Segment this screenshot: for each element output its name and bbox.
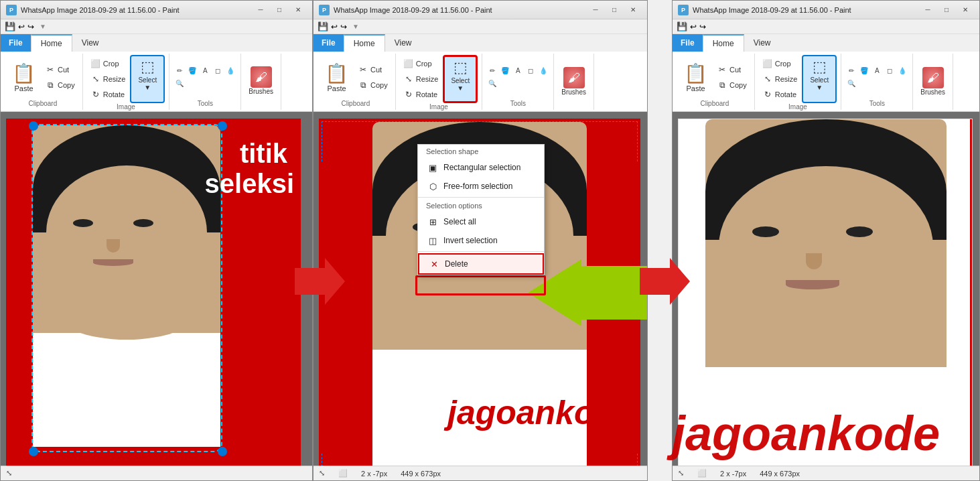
maximize-btn-2[interactable]: □ — [606, 4, 623, 16]
copy-btn-1[interactable]: ⧉ Copy — [42, 78, 78, 92]
copy-icon-3: ⧉ — [717, 80, 727, 90]
pencil-icon-1[interactable]: ✏ — [173, 65, 186, 77]
ribbon-tabs-2: File Home View — [313, 34, 647, 52]
close-btn-3[interactable]: ✕ — [957, 4, 974, 16]
select-all-item-2[interactable]: ⊞ Select all — [418, 212, 544, 231]
rotate-btn-2[interactable]: ↻ Rotate — [400, 87, 442, 102]
eraser-icon-1[interactable]: ◻ — [212, 65, 224, 77]
text-icon-2[interactable]: A — [512, 65, 524, 77]
save-icon-1[interactable]: 💾 — [5, 21, 15, 31]
resize-btn-2[interactable]: ⤡ Resize — [400, 72, 442, 86]
cut-btn-2[interactable]: ✂ Cut — [354, 62, 391, 77]
magnify-icon-2[interactable]: 🔍 — [486, 78, 498, 90]
select-btn-2[interactable]: ⬚ Select ▼ — [443, 55, 478, 103]
maximize-btn-1[interactable]: □ — [271, 4, 288, 16]
paste-btn-1[interactable]: 📋 Paste — [7, 60, 40, 94]
undo-icon-3[interactable]: ↩ — [690, 22, 697, 31]
cut-btn-3[interactable]: ✂ Cut — [713, 62, 750, 77]
crop-btn-2[interactable]: ⬜ Crop — [400, 56, 442, 71]
resize-icon-2: ⤡ — [403, 74, 414, 84]
brushes-btn-1[interactable]: 🖌 Brushes — [245, 64, 277, 97]
text-icon-1[interactable]: A — [199, 65, 211, 77]
magnify-icon-1[interactable]: 🔍 — [173, 78, 186, 90]
text-icon-3[interactable]: A — [871, 65, 883, 77]
save-icon-3[interactable]: 💾 — [677, 21, 687, 31]
canvas-area-2[interactable]: Selection shape ▣ Rectangular selection … — [313, 112, 647, 466]
fill-icon-1[interactable]: 🪣 — [186, 65, 198, 77]
tab-home-3[interactable]: Home — [703, 34, 744, 52]
cut-btn-1[interactable]: ✂ Cut — [42, 62, 78, 77]
tab-file-1[interactable]: File — [1, 34, 31, 52]
image-group-content-3: ⬜ Crop ⤡ Resize ↻ Rotate ⬚ Select ▼ — [759, 55, 837, 103]
eraser-icon-3[interactable]: ◻ — [884, 65, 896, 77]
pencil-icon-2[interactable]: ✏ — [486, 65, 498, 77]
resize-btn-3[interactable]: ⤡ Resize — [759, 72, 801, 86]
clipboard-group-1: 📋 Paste ✂ Cut ⧉ Copy Clipboard — [3, 54, 83, 110]
canvas-area-1[interactable]: titik seleksi — [1, 112, 312, 466]
select-dropdown-arrow-1: ▼ — [144, 84, 151, 91]
brushes-content-1: 🖌 Brushes — [245, 55, 277, 107]
pencil-icon-3[interactable]: ✏ — [845, 65, 857, 77]
paste-label-2: Paste — [327, 84, 346, 92]
picker-icon-3[interactable]: 💧 — [896, 65, 908, 77]
rotate-btn-3[interactable]: ↻ Rotate — [759, 87, 801, 102]
maximize-btn-3[interactable]: □ — [938, 4, 955, 16]
handle-bl-1[interactable] — [29, 447, 38, 456]
minimize-btn-1[interactable]: ─ — [252, 4, 269, 16]
save-icon-2[interactable]: 💾 — [318, 21, 328, 31]
select-btn-3[interactable]: ⬚ Select ▼ — [802, 55, 837, 103]
crop-btn-3[interactable]: ⬜ Crop — [759, 56, 801, 71]
tab-file-3[interactable]: File — [673, 34, 703, 52]
tab-file-2[interactable]: File — [313, 34, 344, 52]
section-label-options-2: Selection options — [418, 199, 544, 212]
paste-icon-3: 📋 — [684, 62, 707, 84]
image-btn-stack-2: ⬜ Crop ⤡ Resize ↻ Rotate — [400, 56, 442, 102]
brushes-btn-2[interactable]: 🖌 Brushes — [558, 65, 589, 98]
tab-view-3[interactable]: View — [744, 34, 780, 52]
close-btn-1[interactable]: ✕ — [289, 4, 307, 16]
tab-view-2[interactable]: View — [385, 34, 421, 52]
title-bar-1: P WhatsApp Image 2018-09-29 at 11.56.00 … — [1, 1, 312, 19]
resize-btn-1[interactable]: ⤡ Resize — [87, 72, 129, 86]
image-group-3: ⬜ Crop ⤡ Resize ↻ Rotate ⬚ Select ▼ — [755, 54, 842, 110]
copy-btn-2[interactable]: ⧉ Copy — [354, 78, 391, 92]
brushes-label-3: Brushes — [920, 88, 945, 96]
picker-icon-1[interactable]: 💧 — [224, 65, 236, 77]
handle-br-1[interactable] — [218, 447, 227, 456]
redo-icon-2[interactable]: ↪ — [340, 22, 347, 31]
freeform-selection-item-2[interactable]: ⬡ Free-form selection — [418, 177, 544, 196]
paste-btn-2[interactable]: 📋 Paste — [320, 60, 353, 94]
handle-tl-1[interactable] — [29, 121, 38, 131]
eraser-icon-2[interactable]: ◻ — [524, 65, 537, 77]
handle-tr-1[interactable] — [218, 121, 227, 131]
close-btn-2[interactable]: ✕ — [624, 4, 642, 16]
minimize-btn-3[interactable]: ─ — [919, 4, 936, 16]
status-bar-2: ⤡ ⬜ 2 x -7px 449 x 673px — [313, 466, 647, 480]
magnify-icon-3[interactable]: 🔍 — [845, 78, 857, 90]
redo-icon-3[interactable]: ↪ — [699, 22, 706, 31]
fill-icon-2[interactable]: 🪣 — [499, 65, 511, 77]
invert-sel-item-2[interactable]: ◫ Invert selection — [418, 231, 544, 250]
undo-icon-1[interactable]: ↩ — [18, 22, 25, 31]
fill-icon-3[interactable]: 🪣 — [858, 65, 870, 77]
status-bar-1: ⤡ — [1, 466, 312, 480]
delete-item-2[interactable]: ✕ Delete — [418, 253, 544, 275]
redo-icon-1[interactable]: ↪ — [27, 22, 34, 31]
rect-selection-item-2[interactable]: ▣ Rectangular selection — [418, 158, 544, 177]
paint-window-1: P WhatsApp Image 2018-09-29 at 11.56.00 … — [0, 0, 313, 481]
tab-home-1[interactable]: Home — [31, 34, 72, 52]
picker-icon-2[interactable]: 💧 — [537, 65, 549, 77]
tab-view-1[interactable]: View — [72, 34, 109, 52]
copy-label-1: Copy — [58, 81, 75, 89]
copy-btn-3[interactable]: ⧉ Copy — [713, 78, 750, 92]
minimize-btn-2[interactable]: ─ — [587, 4, 604, 16]
brushes-btn-3[interactable]: 🖌 Brushes — [917, 65, 949, 98]
select-btn-1[interactable]: ⬚ Select ▼ — [130, 55, 165, 103]
image-label-2: Image — [429, 103, 448, 112]
rotate-btn-1[interactable]: ↻ Rotate — [87, 87, 129, 102]
paste-btn-3[interactable]: 📋 Paste — [679, 60, 712, 94]
crop-btn-1[interactable]: ⬜ Crop — [87, 56, 129, 71]
tab-home-2[interactable]: Home — [344, 34, 385, 52]
select-icon-2: ⬚ — [451, 58, 470, 77]
undo-icon-2[interactable]: ↩ — [331, 22, 338, 31]
